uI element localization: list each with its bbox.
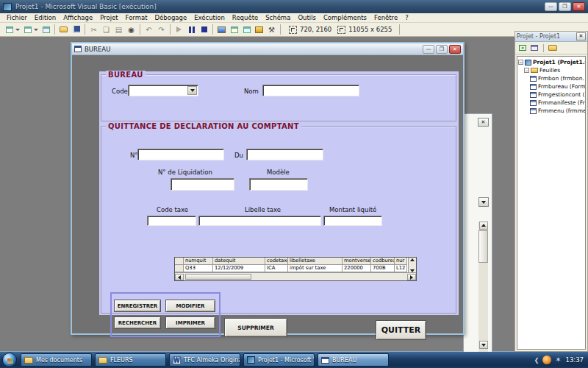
start-button[interactable] (2, 353, 17, 367)
view-object-icon[interactable] (529, 43, 539, 53)
pause-icon[interactable] (186, 24, 197, 35)
toggle-folders-icon[interactable] (548, 43, 558, 53)
code-taxe-input[interactable] (147, 216, 196, 226)
designer-scroll-down-icon[interactable] (479, 341, 488, 349)
grid-col-codetaxe: codetaxe (265, 258, 288, 265)
menu-complements[interactable]: Compléments (320, 14, 370, 21)
menu-aide[interactable]: ? (401, 14, 412, 21)
menu-requete[interactable]: Requête (229, 14, 262, 21)
word-doc-icon: W (173, 356, 181, 364)
close-button[interactable]: ✕ (573, 2, 585, 11)
menu-format[interactable]: Format (122, 14, 151, 21)
form-close-button[interactable]: ✕ (449, 45, 461, 54)
find-icon[interactable]: ◉ (126, 24, 137, 35)
designer-scroll-thumb[interactable] (478, 230, 488, 263)
data-view-icon[interactable]: ⚒ (266, 24, 277, 35)
tree-item-frmgestioncont[interactable]: Frmgestioncont ( (518, 91, 585, 99)
form-restore-button[interactable]: ❐ (436, 45, 448, 54)
undo-icon[interactable]: ↶ (143, 24, 154, 35)
redo-icon[interactable]: ↷ (156, 24, 167, 35)
view-code-icon[interactable]: ≡ (517, 43, 528, 53)
menu-debogage[interactable]: Débogage (151, 14, 191, 21)
grid-col-numquit: numquit (184, 258, 213, 265)
enregistrer-button[interactable]: ENREGISTRER (114, 300, 161, 312)
tree-item-frmbon[interactable]: Frmbon (frmbon. (518, 74, 585, 82)
form-layout-icon[interactable] (241, 24, 252, 35)
add-form-dropdown-icon[interactable] (34, 29, 38, 31)
add-project-dropdown-icon[interactable] (15, 29, 20, 31)
project-explorer-icon[interactable] (216, 24, 227, 35)
tree-item-feuilles[interactable]: − Feuilles (518, 66, 585, 74)
grid-data-row[interactable]: Q33 12/12/2009 ICA impôt sur taxe 220000… (175, 265, 416, 272)
toolbox-icon[interactable] (254, 24, 265, 35)
menu-schema[interactable]: Schéma (262, 14, 294, 21)
paste-icon[interactable]: ▤ (113, 24, 124, 35)
tray-star-icon[interactable]: ✶ (554, 355, 563, 364)
modele-input[interactable] (249, 178, 308, 191)
vb-app-icon (3, 3, 12, 11)
form-minimize-button[interactable]: — (423, 45, 434, 54)
imprimer-button[interactable]: IMPRIMER (165, 316, 215, 329)
taskbar-item-bureau[interactable]: BUREAU (318, 353, 389, 367)
menu-affichage[interactable]: Affichage (60, 14, 96, 21)
taskbar-item-mes-documents[interactable]: Mes documents (21, 353, 92, 367)
menu-projet[interactable]: Projet (96, 14, 121, 21)
grid-hscrollbar[interactable] (175, 272, 416, 280)
taskbar-item-fleurs[interactable]: FLEURS (95, 353, 166, 367)
project-panel-titlebar[interactable]: Projet - Projet1 ✕ (515, 32, 587, 42)
menu-fichier[interactable]: Fichier (3, 14, 31, 21)
restore-button[interactable]: ❐ (559, 2, 571, 11)
libelle-taxe-input[interactable] (198, 216, 321, 226)
designer-window-edge: ✕ (463, 113, 492, 364)
du-input[interactable] (246, 149, 323, 160)
grid-vscrollbar[interactable] (408, 258, 416, 273)
grid-cell-numquit: Q33 (184, 265, 213, 272)
tree-item-frmmenu[interactable]: Frmmenu (frmme (518, 107, 585, 115)
minimize-button[interactable]: — (545, 2, 557, 11)
designer-combo-arrow-icon[interactable] (478, 197, 489, 207)
designer-close-icon[interactable]: ✕ (478, 118, 489, 127)
vb-app-icon (247, 356, 255, 364)
tree-item-frmbureau[interactable]: Frmbureau (Form (518, 82, 585, 91)
designer-scroll-up-icon[interactable] (479, 222, 488, 230)
quittance-grid[interactable]: numquit datequit codetaxe libelletaxe mo… (174, 257, 417, 281)
bureau-frame-title: BUREAU (106, 71, 146, 79)
menu-execution[interactable]: Exécution (190, 14, 229, 21)
size-icon (337, 26, 345, 34)
copy-icon[interactable]: ❏ (101, 24, 112, 35)
quitter-button[interactable]: QUITTER (376, 320, 426, 340)
nom-input[interactable] (262, 85, 359, 96)
rechercher-button[interactable]: RECHERCHER (114, 316, 161, 329)
code-combobox[interactable] (128, 85, 198, 96)
supprimer-button[interactable]: SUPPRIMER (224, 318, 287, 337)
stop-icon[interactable] (198, 24, 209, 35)
bureau-form-titlebar[interactable]: BUREAU — ❐ ✕ (72, 43, 463, 55)
bureau-frame: BUREAU (101, 74, 456, 121)
tray-orange-icon[interactable] (542, 355, 551, 364)
project-panel-close-icon[interactable]: ✕ (576, 32, 586, 40)
tray-chevron-icon[interactable]: ❮ (534, 357, 539, 364)
num-input[interactable] (137, 149, 224, 160)
menu-outils[interactable]: Outils (294, 14, 320, 21)
add-form-icon[interactable] (22, 24, 33, 35)
menu-bar: Fichier Edition Affichage Projet Format … (0, 13, 588, 23)
montant-input[interactable] (323, 216, 382, 226)
grid-cell-nur: L12 (395, 265, 407, 272)
menu-fenetre[interactable]: Fenêtre (370, 14, 401, 21)
cut-icon[interactable]: ✂ (88, 24, 99, 35)
taskbar-item-tfc-document[interactable]: W TFC Almeka Original d... (169, 353, 240, 367)
liquidation-input[interactable] (171, 178, 234, 191)
menu-editor-icon[interactable] (40, 24, 51, 35)
tree-item-frmmanifeste[interactable]: Frmmanifeste (Fr (518, 99, 585, 107)
grid-header-row: numquit datequit codetaxe libelletaxe mo… (175, 258, 416, 265)
combo-dropdown-icon[interactable] (187, 86, 197, 95)
properties-window-icon[interactable] (229, 24, 240, 35)
open-project-icon[interactable] (58, 24, 69, 35)
save-icon[interactable] (71, 24, 82, 35)
add-project-icon[interactable] (4, 24, 15, 35)
start-icon[interactable] (173, 24, 184, 35)
taskbar-item-projet1[interactable]: Projet1 - Microsoft Vis... (243, 353, 315, 367)
menu-edition[interactable]: Edition (31, 14, 60, 21)
modifier-button[interactable]: MODIFIER (165, 300, 215, 312)
tree-item-projet1[interactable]: − Projet1 (Projet1.vbp (518, 58, 585, 66)
